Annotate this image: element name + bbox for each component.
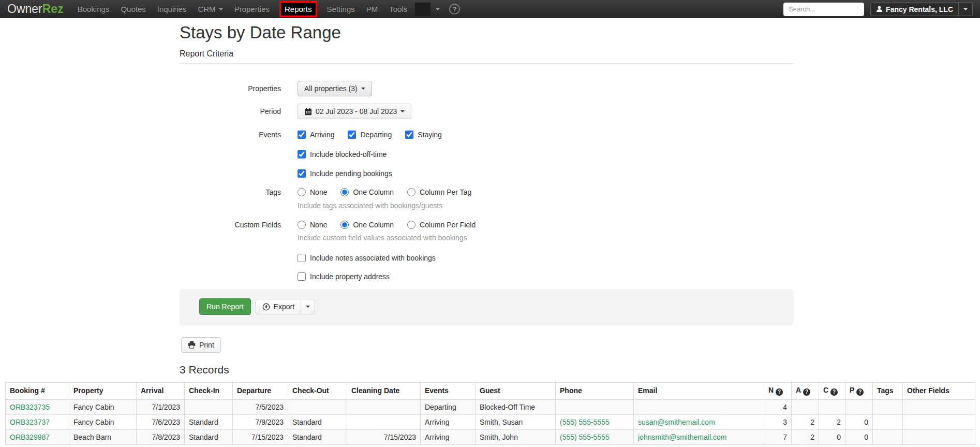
nav-item-properties[interactable]: Properties	[229, 0, 275, 18]
arriving-checkbox[interactable]	[298, 131, 306, 139]
checkbox-include-blocked[interactable]: Include blocked-off-time	[298, 150, 794, 158]
column-header-cleaning-date: Cleaning Date	[347, 383, 421, 399]
help-icon[interactable]: ?	[856, 388, 864, 396]
tools-dropdown-box[interactable]	[415, 3, 430, 16]
cell-property: Beach Barn	[69, 429, 137, 444]
cell-events: Arriving	[421, 429, 476, 444]
email-link[interactable]: johnsmith@smithemail.com	[638, 433, 726, 441]
cell-email	[634, 399, 764, 415]
nav-item-tools[interactable]: Tools	[383, 0, 413, 18]
calendar-icon	[304, 108, 312, 116]
logo-owner: Owner	[7, 2, 42, 16]
column-header-c: C?	[819, 383, 845, 399]
include-notes-checkbox[interactable]	[298, 254, 306, 262]
account-caret-button[interactable]	[958, 3, 972, 16]
cell-email: susan@smithemail.com	[634, 414, 764, 429]
checkbox-include-address[interactable]: Include property address	[298, 272, 794, 281]
include-pending-checkbox[interactable]	[298, 169, 306, 178]
nav-item-pm[interactable]: PM	[361, 0, 384, 18]
cell-booking: ORB323735	[6, 399, 69, 415]
column-header-email: Email	[634, 383, 764, 399]
cell-p	[845, 399, 873, 415]
help-icon[interactable]: ?	[803, 388, 810, 396]
cell-tags	[873, 429, 903, 444]
booking-link[interactable]: ORB329987	[10, 433, 50, 441]
nav-item-crm[interactable]: CRM	[192, 0, 228, 18]
section-heading: Report Criteria	[180, 49, 794, 64]
export-button[interactable]: Export	[256, 299, 301, 314]
cell-phone: (555) 555-5555	[556, 429, 634, 444]
radio-tags-column-per-tag[interactable]: Column Per Tag	[407, 188, 471, 196]
cell-events: Departing	[421, 399, 476, 415]
nav-item-inquiries[interactable]: Inquiries	[152, 0, 192, 18]
period-dropdown[interactable]: 02 Jul 2023 - 08 Jul 2023	[298, 104, 411, 119]
booking-link[interactable]: ORB323735	[10, 403, 50, 411]
radio-tags-none[interactable]: None	[298, 188, 327, 196]
cell-phone: (555) 555-5555	[556, 414, 634, 429]
phone-link[interactable]: (555) 555-5555	[560, 418, 610, 426]
column-header-a: A?	[792, 383, 819, 399]
nav-item-bookings[interactable]: Bookings	[72, 0, 115, 18]
run-report-button[interactable]: Run Report	[199, 298, 251, 315]
cell-other-fields	[903, 429, 975, 444]
checkbox-staying[interactable]: Staying	[405, 131, 442, 139]
cell-departure: 7/9/2023	[233, 414, 288, 429]
cell-guest: Smith, Susan	[476, 414, 556, 429]
properties-dropdown[interactable]: All properties (3)	[298, 81, 372, 96]
top-navbar: OwnerRez Bookings Quotes Inquiries CRM P…	[0, 0, 980, 18]
custom-fields-help-text: Include custom field values associated w…	[298, 234, 794, 242]
account-menu-button[interactable]: Fancy Rentals, LLC	[870, 2, 973, 16]
checkbox-include-pending[interactable]: Include pending bookings	[298, 169, 794, 178]
column-header-booking: Booking #	[6, 383, 69, 399]
column-header-p: P?	[845, 383, 873, 399]
column-header-n: N?	[764, 383, 792, 399]
print-button[interactable]: Print	[181, 337, 221, 353]
booking-link[interactable]: ORB323737	[10, 418, 50, 426]
cell-tags	[873, 399, 903, 415]
address-row: Include property address	[298, 272, 794, 281]
export-split-button: Export	[256, 299, 315, 314]
radio-custom-one-column[interactable]: One Column	[340, 221, 394, 229]
column-header-departure: Departure	[233, 383, 288, 399]
table-row: ORB323735Fancy Cabin7/1/20237/5/2023Depa…	[6, 399, 975, 415]
nav-item-settings[interactable]: Settings	[321, 0, 361, 18]
cell-property: Fancy Cabin	[69, 414, 137, 429]
cell-p: 0	[845, 414, 873, 429]
export-caret-button[interactable]	[301, 299, 315, 314]
chevron-down-icon[interactable]	[436, 8, 440, 10]
table-row: ORB323737Fancy Cabin7/6/2023Standard7/9/…	[6, 414, 975, 429]
radio-tags-one-column[interactable]: One Column	[340, 188, 394, 196]
phone-link[interactable]: (555) 555-5555	[560, 433, 610, 441]
cell-booking: ORB323737	[6, 414, 69, 429]
column-header-phone: Phone	[556, 383, 634, 399]
ownerrez-logo[interactable]: OwnerRez	[7, 2, 64, 16]
nav-item-reports[interactable]: Reports	[279, 1, 317, 17]
email-link[interactable]: susan@smithemail.com	[638, 418, 715, 426]
include-blocked-checkbox[interactable]	[298, 150, 306, 158]
cell-a: 2	[792, 414, 819, 429]
tags-help-text: Include tags associated with bookings/gu…	[298, 201, 794, 210]
custom-fields-label: Custom Fields	[180, 221, 281, 229]
cell-check-out: Standard	[288, 414, 347, 429]
chevron-down-icon	[361, 88, 365, 90]
departing-checkbox[interactable]	[348, 131, 356, 139]
help-icon[interactable]: ?	[776, 388, 783, 396]
blocked-off-time-row: Include blocked-off-time	[298, 150, 794, 158]
radio-custom-column-per-field[interactable]: Column Per Field	[407, 221, 476, 229]
events-field: Events Arriving Departing Staying	[180, 131, 794, 139]
search-input[interactable]	[783, 3, 864, 16]
help-icon[interactable]: ?	[830, 388, 838, 396]
checkbox-arriving[interactable]: Arriving	[298, 131, 334, 139]
custom-fields-field: Custom Fields None One Column Column Per…	[180, 221, 794, 229]
cell-check-out	[288, 399, 347, 415]
chevron-down-icon	[219, 8, 223, 10]
radio-custom-none[interactable]: None	[298, 221, 327, 229]
nav-item-quotes[interactable]: Quotes	[115, 0, 151, 18]
help-icon[interactable]: ?	[449, 4, 460, 15]
checkbox-include-notes[interactable]: Include notes associated with bookings	[298, 254, 794, 262]
cell-c: 2	[819, 414, 845, 429]
include-address-checkbox[interactable]	[298, 272, 306, 281]
checkbox-departing[interactable]: Departing	[348, 131, 392, 139]
chevron-down-icon	[400, 110, 405, 112]
staying-checkbox[interactable]	[405, 131, 413, 139]
